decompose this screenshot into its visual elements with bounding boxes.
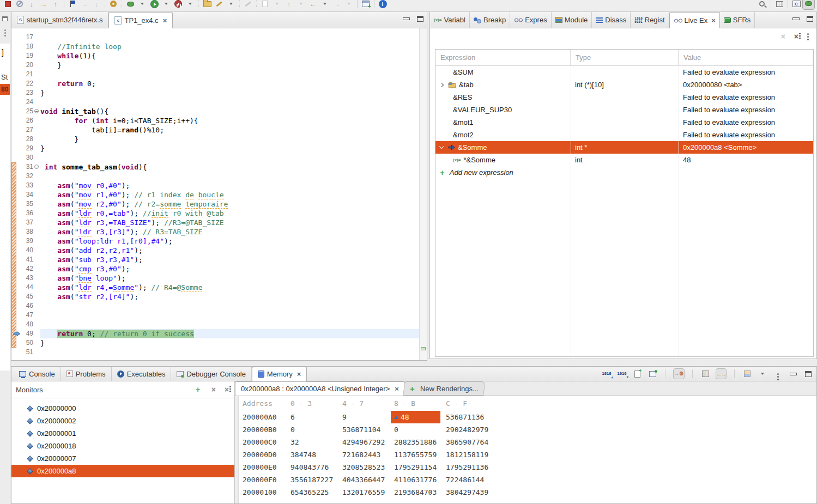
memory-monitor-item[interactable]: 0x20000000 [11,402,234,415]
next-memory-unit-icon[interactable]: 1010▼ [617,368,627,379]
open-folder-icon[interactable] [201,0,213,11]
open-perspective-icon[interactable] [773,0,785,11]
maximize-icon[interactable] [417,16,423,22]
chevron-right-icon[interactable] [439,82,444,87]
view-tab-live-ex[interactable]: Live Ex× [669,12,720,28]
chevron-down-icon[interactable] [439,144,444,149]
line-number[interactable]: 20 [17,60,33,70]
line-number[interactable]: 38 [17,227,33,236]
terminate-icon[interactable] [2,0,14,11]
memory-row[interactable]: 200000F035561872274043366447411063177672… [239,473,816,486]
memory-address-cell[interactable]: 200000F0 [239,473,287,486]
fold-collapse-icon[interactable]: − [34,109,39,113]
memory-value-cell[interactable]: 3556187227 [287,473,339,486]
line-number[interactable]: 29 [17,144,33,153]
tab-startup-s[interactable]: S startup_stm32f446retx.s [11,12,108,28]
remove-memory-monitor-icon[interactable]: × [211,386,216,393]
navigate-up-disabled-icon[interactable]: ↑ [283,0,295,11]
view-tab-module[interactable]: Module [552,12,592,28]
view-tab-sfrs[interactable]: SFRs [720,12,755,28]
memory-value-cell[interactable]: 1320176559 [339,486,391,499]
view-menu-icon[interactable] [4,29,6,31]
memory-value-cell[interactable]: 1812158119 [443,448,816,461]
line-number[interactable]: 31 [17,162,33,172]
memory-value-cell[interactable]: 32 [287,436,339,448]
minimize-icon[interactable] [792,16,799,21]
line-number[interactable]: 42 [17,264,33,274]
line-number[interactable]: 26 [17,116,33,125]
memory-value-cell[interactable]: 3804297439 [443,486,816,499]
line-number[interactable]: 32 [17,172,33,181]
line-number[interactable]: 41 [17,255,33,264]
build-icon[interactable] [107,0,119,11]
line-number[interactable]: 47 [17,311,33,320]
memory-value-cell[interactable]: 0 [391,423,443,436]
line-number[interactable]: 30 [17,153,33,162]
new-window-icon[interactable] [360,0,372,11]
split-rendering-pane-icon[interactable] [700,368,710,379]
drop-to-frame-disabled-icon[interactable]: ↓ [90,0,102,11]
memory-address-cell[interactable]: 200000E0 [239,461,287,473]
memory-value-cell[interactable]: 2882351886 [391,436,443,448]
line-number[interactable]: 23 [17,88,33,98]
col-0-3[interactable]: 0 - 3 [287,397,339,410]
line-number[interactable]: 35 [17,199,33,209]
line-number[interactable]: 19 [17,51,33,60]
memory-address-cell[interactable]: 200000A0 [239,411,287,423]
memory-value-cell[interactable]: 721682443 [339,448,391,461]
skip-all-breakpoints-icon[interactable] [14,0,26,11]
debug-perspective-icon[interactable] [802,0,815,10]
line-number[interactable]: 50 [17,338,33,348]
nav-dd-disabled-icon[interactable] [295,0,307,11]
memory-value-cell[interactable]: 654365225 [287,486,339,499]
view-tab-disass[interactable]: Disass [592,12,631,28]
profile-dropdown-icon[interactable] [184,0,196,11]
view-tab-variabl[interactable]: (x)=Variabl [430,12,470,28]
memory-value-cell[interactable]: 940843776 [287,461,339,473]
profile-icon[interactable] [172,0,184,11]
back-dropdown-icon[interactable] [319,0,331,11]
col-value[interactable]: Value [679,50,813,65]
line-number[interactable]: 43 [17,274,33,283]
commit-dd-disabled-icon[interactable] [271,0,283,11]
line-number[interactable]: 28 [17,135,33,144]
maximize-icon[interactable] [803,368,813,379]
run-dropdown-icon[interactable] [160,0,172,11]
memory-value-cell[interactable]: 1795291154 [391,461,443,473]
debug-dropdown-icon[interactable] [136,0,148,11]
close-icon[interactable]: × [711,16,716,25]
expression-row[interactable]: &Sommeint *0x200000a8 <Somme> [435,141,813,154]
view-tab-debugger-console[interactable]: Debugger Console [171,367,251,381]
memory-value-cell[interactable]: 0 [287,423,339,436]
prev-memory-unit-icon[interactable]: 1010▲ [602,368,612,379]
code-editor[interactable]: 1718 //Infinite loop19 while(1){20 }2122… [11,28,427,360]
expression-row[interactable]: &mot2Failed to evaluate expression [435,129,813,141]
expression-row[interactable]: &RESFailed to evaluate expression [435,91,813,104]
view-tab-executables[interactable]: Executables [112,367,172,381]
line-number[interactable]: 33 [17,181,33,190]
memory-value-cell[interactable]: 1137655759 [391,448,443,461]
close-icon[interactable]: × [395,385,399,393]
memory-value-cell[interactable]: 536871136 [443,411,816,423]
line-number[interactable]: 22 [17,79,33,88]
view-menu-icon[interactable] [807,33,809,35]
edit-disabled-icon[interactable] [242,0,254,11]
view-menu-icon[interactable] [773,368,783,379]
line-number[interactable]: 45 [17,292,33,301]
memory-value-cell[interactable]: 536871104 [339,423,391,436]
memory-monitor-item[interactable]: 0x20000018 [11,440,234,452]
memory-value-cell[interactable]: 2902482979 [443,423,816,436]
column-divider[interactable] [571,50,571,356]
memory-monitor-item[interactable]: 0x20000007 [11,452,234,465]
fold-collapse-icon[interactable]: − [34,165,39,169]
step-into-icon[interactable]: ↓ [26,0,38,11]
instruction-stepping-icon[interactable] [66,0,78,11]
new-renderings-tab[interactable]: + New Renderings... [403,381,485,396]
memory-value-cell[interactable]: 722486144 [443,473,816,486]
column-divider[interactable] [679,50,679,356]
view-tab-console[interactable]: Console [14,367,61,381]
expression-row[interactable]: &tabint (*)[10]0x20000080 <tab> [435,78,813,91]
view-tab-problems[interactable]: Problems [61,367,112,381]
memory-monitor-item[interactable]: 0x20000001 [11,427,234,440]
minimize-icon[interactable] [788,368,798,379]
